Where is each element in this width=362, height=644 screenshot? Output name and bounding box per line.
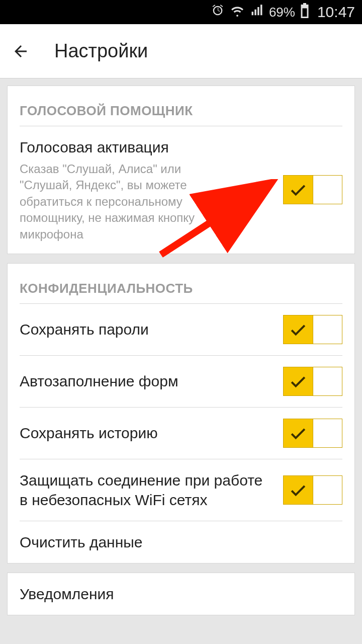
protect-wifi-title: Защищать соединение при работе в небезоп…	[20, 470, 274, 510]
check-icon	[284, 367, 313, 396]
autofill-forms-toggle[interactable]	[283, 367, 342, 396]
check-icon	[284, 419, 313, 448]
app-header: Настройки	[0, 24, 362, 78]
voice-activation-row[interactable]: Голосовая активация Сказав "Слушай, Алис…	[20, 126, 342, 254]
signal-icon	[250, 4, 264, 21]
privacy-section: КОНФИДЕНЦИАЛЬНОСТЬ Сохранять пароли Авто…	[7, 263, 355, 564]
status-bar: 69% 10:47	[0, 0, 362, 24]
clear-data-row[interactable]: Очистить данные	[20, 521, 342, 563]
clock-time: 10:47	[317, 4, 355, 21]
save-passwords-title: Сохранять пароли	[20, 319, 274, 339]
check-icon	[284, 315, 313, 344]
section-header-privacy: КОНФИДЕНЦИАЛЬНОСТЬ	[20, 264, 342, 304]
toggle-knob	[313, 419, 342, 447]
save-history-toggle[interactable]	[283, 419, 342, 448]
toggle-knob	[313, 476, 342, 504]
toggle-knob	[313, 315, 342, 344]
clear-data-title: Очистить данные	[20, 532, 342, 552]
content-area: ГОЛОСОВОЙ ПОМОЩНИК Голосовая активация С…	[0, 78, 362, 631]
alarm-icon	[211, 4, 225, 21]
save-passwords-toggle[interactable]	[283, 315, 342, 344]
notifications-title: Уведомления	[20, 584, 342, 604]
save-passwords-row[interactable]: Сохранять пароли	[20, 304, 342, 356]
voice-activation-title: Голосовая активация	[20, 137, 274, 157]
battery-percent: 69%	[269, 5, 295, 20]
autofill-forms-row[interactable]: Автозаполнение форм	[20, 356, 342, 408]
voice-activation-toggle[interactable]	[283, 175, 342, 204]
toggle-knob	[313, 176, 342, 204]
protect-wifi-row[interactable]: Защищать соединение при работе в небезоп…	[20, 459, 342, 521]
voice-assistant-section: ГОЛОСОВОЙ ПОМОЩНИК Голосовая активация С…	[7, 86, 355, 254]
save-history-title: Сохранять историю	[20, 423, 274, 443]
check-icon	[284, 475, 313, 505]
voice-activation-desc: Сказав "Слушай, Алиса" или "Слушай, Янде…	[20, 161, 231, 243]
protect-wifi-toggle[interactable]	[283, 475, 342, 505]
back-button[interactable]	[10, 41, 31, 62]
section-header-voice: ГОЛОСОВОЙ ПОМОЩНИК	[20, 86, 342, 126]
notifications-row[interactable]: Уведомления	[20, 573, 342, 615]
page-title: Настройки	[54, 40, 148, 62]
next-section: Уведомления	[7, 573, 355, 615]
battery-icon	[300, 3, 309, 22]
toggle-knob	[313, 367, 342, 395]
autofill-forms-title: Автозаполнение форм	[20, 371, 274, 391]
check-icon	[284, 175, 313, 204]
wifi-icon	[230, 3, 245, 22]
save-history-row[interactable]: Сохранять историю	[20, 408, 342, 459]
